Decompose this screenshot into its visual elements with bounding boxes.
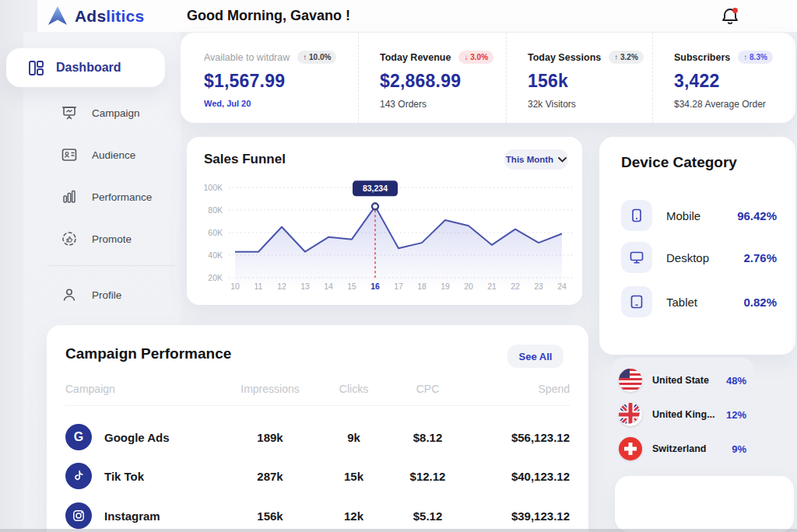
stat-subtext: 32k Visitors [528, 99, 652, 110]
campaign-name: Google Ads [104, 431, 170, 444]
sales-funnel-area-chart: 100K80K60K40K20K83,234101112131415161718… [187, 137, 582, 305]
column-header: Clicks [317, 383, 391, 395]
sidebar-item-profile[interactable]: Profile [61, 284, 121, 306]
stat-change-badge: ↓ 3.0% [458, 51, 493, 64]
svg-text:100K: 100K [203, 183, 223, 192]
stat-change-badge: ↑ 8.3% [738, 51, 773, 64]
sidebar-item-campaign[interactable]: Campaign [61, 102, 140, 124]
bell-icon [719, 5, 741, 27]
stat-label: Subscribers [674, 52, 730, 63]
table-divider [65, 405, 570, 406]
device-row-mobile: Mobile 96.42% [621, 200, 777, 231]
device-label: Mobile [666, 209, 700, 222]
uk-flag-icon [619, 403, 642, 426]
spend-cell: $39,123.12 [465, 509, 570, 523]
tiktok-icon [65, 463, 92, 489]
impressions-cell: 156k [223, 509, 317, 523]
spend-cell: $56,123.12 [465, 431, 570, 444]
svg-text:83,234: 83,234 [363, 184, 388, 193]
table-row-google-ads[interactable]: G Google Ads 189k 9k $8.12 $56,123.12 [65, 418, 570, 457]
stat-value: 156k [528, 71, 652, 92]
device-row-desktop: Desktop 2.76% [621, 242, 777, 273]
svg-text:23: 23 [534, 282, 543, 291]
svg-text:24: 24 [557, 282, 567, 291]
stat-subtext: Wed, Jul 20 [204, 99, 358, 108]
table-row-instagram[interactable]: Instagram 156k 12k $5.12 $39,123.12 [65, 496, 570, 532]
svg-text:14: 14 [324, 282, 333, 291]
column-header: CPC [391, 383, 465, 395]
column-header: Spend [465, 383, 570, 395]
impressions-cell: 189k [223, 431, 317, 444]
country-value: 9% [732, 443, 746, 455]
country-row-united-states: United State 48% [619, 368, 746, 393]
campaign-performance-card: Campaign Performance See All Campaign Im… [47, 325, 588, 532]
stat-value: $2,868.99 [380, 71, 506, 92]
header: Adslitics Good Morning, Gavano ! [37, 0, 797, 32]
country-value: 48% [726, 375, 746, 387]
sidebar-item-dashboard[interactable]: Dashboard [6, 48, 165, 87]
sidebar-item-label: Dashboard [56, 61, 121, 75]
sidebar-item-label: Performance [92, 191, 152, 203]
ch-flag-icon [619, 437, 642, 460]
table-header: Campaign Impressions Clicks CPC Spend [65, 383, 570, 395]
svg-text:18: 18 [417, 282, 427, 291]
sidebar-item-promote[interactable]: Promote [61, 228, 132, 250]
performance-icon [61, 188, 78, 205]
clicks-cell: 12k [317, 509, 391, 523]
svg-text:20: 20 [464, 282, 473, 291]
sidebar-item-label: Campaign [92, 107, 140, 119]
clicks-cell: 15k [317, 470, 391, 483]
stat-subscribers: Subscribers ↑ 8.3% 3,422 $34.28 Average … [652, 33, 795, 123]
dashboard-icon [26, 58, 45, 77]
stat-label: Today Revenue [380, 52, 451, 63]
logo-arrow-icon [47, 5, 68, 26]
svg-text:13: 13 [300, 282, 310, 291]
page-greeting: Good Morning, Gavano ! [187, 8, 350, 24]
sidebar-item-performance[interactable]: Performance [61, 186, 152, 208]
svg-text:11: 11 [255, 282, 263, 291]
cpc-cell: $5.12 [391, 509, 465, 523]
see-all-button[interactable]: See All [507, 345, 564, 368]
brand-logo: Adslitics [47, 5, 144, 26]
stat-label: Available to witdraw [204, 52, 290, 63]
country-row-switzerland: Switzerland 9% [619, 436, 746, 461]
svg-text:20K: 20K [208, 273, 223, 282]
sidebar-item-label: Profile [92, 289, 121, 301]
device-category-card: Device Category Mobile 96.42% Desktop 2.… [599, 137, 795, 355]
clicks-cell: 9k [317, 431, 391, 444]
brand-name: Adslitics [75, 7, 144, 26]
device-value: 96.42% [737, 209, 777, 222]
screen-bottom-edge [0, 529, 797, 532]
svg-text:17: 17 [394, 282, 403, 291]
notification-bell-button[interactable] [719, 5, 741, 27]
sidebar-item-label: Promote [92, 233, 132, 245]
device-label: Desktop [666, 251, 709, 264]
sidebar-item-audience[interactable]: Audience [61, 144, 135, 166]
sales-funnel-card: Sales Funnel This Month 100K80K60K40K20K… [187, 137, 582, 305]
stat-value: 3,422 [674, 71, 795, 92]
sidebar-item-label: Audience [92, 149, 135, 161]
desktop-icon [621, 242, 652, 273]
device-label: Tablet [666, 296, 697, 309]
stat-subtext: $34.28 Average Order [674, 99, 795, 110]
svg-text:60K: 60K [208, 228, 223, 237]
stat-change-badge: ↑ 3.2% [609, 51, 644, 64]
svg-text:22: 22 [511, 282, 520, 291]
table-row-tiktok[interactable]: Tik Tok 287k 15k $12.12 $40,123.12 [65, 457, 570, 495]
us-flag-icon [619, 369, 642, 392]
cpc-cell: $8.12 [391, 431, 465, 444]
stats-card: Available to witdraw ↑ 10.0% $1,567.99 W… [181, 33, 795, 123]
svg-text:15: 15 [347, 282, 356, 291]
svg-text:19: 19 [441, 282, 450, 291]
instagram-icon [65, 502, 92, 529]
campaign-performance-title: Campaign Performance [65, 345, 231, 362]
svg-text:12: 12 [277, 282, 286, 291]
tablet-icon [621, 286, 652, 317]
device-value: 0.82% [743, 296, 777, 309]
top-countries-panel: United State 48% United King... 12% [612, 358, 753, 468]
device-category-title: Device Category [621, 154, 737, 171]
svg-text:21: 21 [487, 282, 497, 291]
stat-today-sessions: Today Sessions ↑ 3.2% 156k 32k Visitors [506, 33, 652, 123]
partial-card [615, 476, 794, 532]
column-header: Impressions [223, 383, 317, 395]
